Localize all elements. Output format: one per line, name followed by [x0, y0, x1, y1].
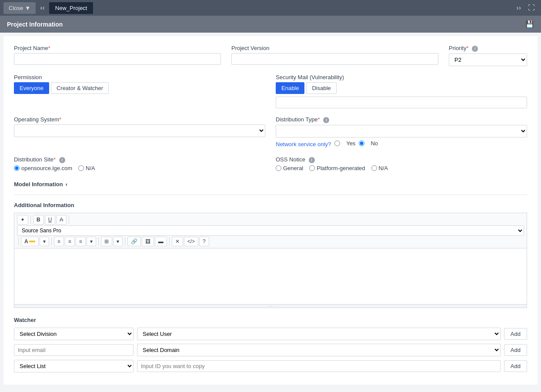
dist-type-label: Distribution Type* i [276, 116, 527, 123]
toolbar-code-btn[interactable]: </> [184, 237, 198, 246]
nav-back-button[interactable]: ‹‹ [37, 3, 47, 13]
oss-platform-label[interactable]: Platform-generated [309, 165, 365, 171]
priority-select[interactable]: P1 P2 P3 P4 [449, 54, 527, 66]
oss-notice-group: OSS Notice i General Platform-generated … [276, 156, 527, 173]
dist-type-select[interactable] [276, 125, 527, 137]
toolbar-sep4 [51, 237, 52, 246]
add-list-btn[interactable]: Add [504, 360, 527, 372]
toolbar-color-btn[interactable]: A [21, 237, 39, 246]
permission-group: Permission Everyone Creator & Watcher [14, 74, 265, 108]
toolbar-list-ordered-btn[interactable]: ≡ [65, 237, 75, 246]
form-body: Project Name* Project Version Priority* … [3, 36, 538, 385]
security-disable-btn[interactable]: Disable [306, 82, 336, 94]
watcher-title: Watcher [14, 317, 527, 323]
oss-platform-radio[interactable] [309, 165, 315, 171]
close-button[interactable]: Close ▼ [3, 2, 36, 14]
network-service-label: Network service only? [276, 141, 331, 147]
security-mail-group: Security Mail (Vulnerability) Enable Dis… [276, 74, 527, 108]
toolbar-sep2 [69, 215, 69, 224]
additional-info-title: Additional Information [14, 202, 527, 208]
permission-creator-watcher-btn[interactable]: Creator & Watcher [51, 82, 109, 94]
additional-info-editor[interactable] [14, 248, 527, 305]
security-enable-btn[interactable]: Enable [276, 82, 304, 94]
toolbar-bold-btn[interactable]: B [33, 215, 44, 224]
os-label: Operating System* [14, 116, 265, 123]
os-group: Operating System* [14, 116, 265, 148]
add-email-btn[interactable]: Add [504, 344, 527, 356]
network-yes-label[interactable]: Yes [334, 140, 355, 147]
divider [14, 194, 527, 195]
network-no-label[interactable]: No [359, 140, 378, 147]
toolbar-image-btn[interactable]: 🖼 [142, 237, 154, 246]
project-version-input[interactable] [231, 53, 438, 65]
os-select[interactable] [14, 124, 265, 137]
save-icon[interactable]: 💾 [525, 20, 534, 28]
toolbar-color-group: A ▾ [21, 237, 49, 246]
toolbar-list-unordered-btn[interactable]: ≡ [54, 237, 64, 246]
dist-site-info-icon[interactable]: i [59, 157, 65, 163]
dist-site-radio-group: opensource.lge.com N/A [14, 165, 265, 173]
nav-forward-button[interactable]: ›› [514, 3, 524, 13]
project-name-label: Project Name* [14, 45, 221, 51]
toolbar-help-btn[interactable]: ? [199, 237, 209, 246]
toolbar-sep6 [125, 237, 125, 246]
toolbar-strikethrough-btn[interactable]: A [56, 215, 67, 224]
oss-na-radio[interactable] [371, 165, 377, 171]
security-mail-input[interactable] [276, 97, 527, 108]
dist-type-info-icon[interactable]: i [323, 117, 329, 123]
editor-resize-handle[interactable]: ⋯ [14, 305, 527, 308]
close-dropdown-icon: ▼ [25, 5, 30, 11]
input-email-field[interactable] [14, 344, 134, 356]
top-bar: Close ▼ ‹‹ New_Project ›› ⛶ [0, 0, 541, 16]
oss-notice-info-icon[interactable]: i [309, 157, 315, 163]
input-id-field[interactable] [137, 360, 501, 372]
priority-label: Priority* i [449, 45, 527, 52]
toolbar-sep7 [169, 237, 170, 246]
network-service-row: Network service only? Yes No [276, 140, 527, 148]
row-permission-security: Permission Everyone Creator & Watcher Se… [14, 74, 527, 108]
oss-notice-label: OSS Notice i [276, 156, 527, 163]
permission-everyone-btn[interactable]: Everyone [14, 82, 49, 94]
top-bar-right: ›› ⛶ [514, 3, 538, 13]
toolbar-sep5 [98, 237, 99, 246]
oss-general-radio[interactable] [276, 165, 281, 171]
panel-header: Project Information 💾 [0, 16, 541, 33]
oss-general-label[interactable]: General [276, 165, 303, 171]
toolbar-underline-btn[interactable]: U [45, 215, 56, 224]
network-yes-radio[interactable] [334, 141, 340, 146]
new-project-tab[interactable]: New_Project [49, 2, 94, 14]
permission-btn-group: Everyone Creator & Watcher [14, 82, 265, 94]
font-family-select[interactable]: Source Sans Pro [17, 225, 524, 236]
dist-site-na-radio[interactable] [78, 165, 84, 171]
add-user-btn[interactable]: Add [504, 328, 527, 340]
select-user-dropdown[interactable]: Select User [137, 328, 501, 340]
model-info-collapse-icon: ‹ [66, 181, 67, 188]
toolbar-indent-dropdown-btn[interactable]: ▾ [87, 237, 96, 246]
dist-site-label: Distribution Site* i [14, 156, 265, 163]
network-no-radio[interactable] [359, 141, 364, 146]
dist-site-na-label[interactable]: N/A [78, 165, 95, 171]
top-bar-left: Close ▼ ‹‹ New_Project [3, 2, 93, 14]
toolbar-indent-btn[interactable]: ≡ [76, 237, 86, 246]
toolbar-table-dropdown-btn[interactable]: ▾ [113, 237, 123, 246]
toolbar-sep3 [18, 237, 19, 246]
toolbar-table-btn[interactable]: ⊞ [101, 237, 112, 246]
toolbar-link-btn[interactable]: 🔗 [127, 237, 141, 246]
toolbar-magic-btn[interactable]: ✦ [17, 215, 28, 224]
toolbar-color-dropdown-btn[interactable]: ▾ [40, 237, 49, 246]
oss-na-label[interactable]: N/A [371, 165, 388, 171]
security-btn-group: Enable Disable [276, 82, 527, 94]
priority-info-icon[interactable]: i [472, 46, 478, 52]
toolbar-media-btn[interactable]: ▬ [155, 237, 167, 246]
model-info-section[interactable]: Model Information ‹ [14, 181, 527, 188]
expand-button[interactable]: ⛶ [525, 3, 538, 13]
toolbar-clear-btn[interactable]: ✕ [172, 237, 183, 246]
select-domain-dropdown[interactable]: Select Domain [137, 344, 501, 356]
select-list-dropdown[interactable]: Select List [14, 360, 134, 372]
required-asterisk: * [48, 45, 50, 51]
select-division-dropdown[interactable]: Select Division [14, 328, 134, 340]
dist-site-opensource-radio[interactable] [14, 165, 20, 171]
security-mail-label: Security Mail (Vulnerability) [276, 74, 527, 80]
dist-site-opensource-label[interactable]: opensource.lge.com [14, 165, 72, 171]
project-name-input[interactable] [14, 53, 221, 65]
